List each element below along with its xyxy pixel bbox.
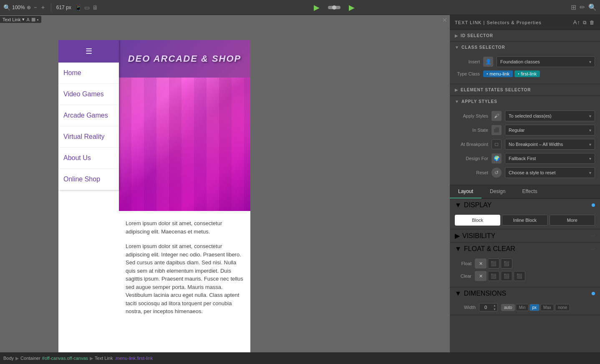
insert-person-icon[interactable]: 👤 <box>483 57 493 67</box>
nav-item-arcadegames[interactable]: Arcade Games <box>58 105 119 126</box>
edit-icon[interactable]: ✏ <box>580 3 585 11</box>
tab-design[interactable]: Design <box>482 185 514 198</box>
clear-both-button[interactable]: ⬛ <box>514 271 525 281</box>
display-header-left: ▼ DISPLAY <box>455 201 492 209</box>
float-left-button[interactable]: ⬛ <box>488 259 499 269</box>
delete-icon[interactable]: 🗑 <box>590 20 595 25</box>
at-breakpoint-dropdown[interactable]: No Breakpoint – All Widths ▾ <box>505 139 595 150</box>
visibility-title: VISIBILITY <box>462 232 495 240</box>
at-breakpoint-row: At Breakpoint □ No Breakpoint – All Widt… <box>455 139 595 150</box>
design-for-arrow: ▾ <box>589 156 591 161</box>
preview-image <box>119 78 250 211</box>
nav-item-videogames[interactable]: Video Games <box>58 84 119 105</box>
nav-overlay: ☰ Home Video Games Arcade Games Virtual … <box>58 40 119 190</box>
at-breakpoint-icon[interactable]: □ <box>492 139 502 149</box>
breadcrumb-container-class[interactable]: #off-canvas.off-canvas <box>42 356 88 361</box>
width-down-arrow[interactable]: ▼ <box>492 307 497 311</box>
apply-styles-dropdown[interactable]: To selected class(es) ▾ <box>505 110 595 121</box>
dimensions-header[interactable]: ▼ DIMENSIONS <box>450 287 600 300</box>
class-selector-triangle: ▼ <box>455 45 459 50</box>
tab-effects[interactable]: Effects <box>514 185 545 198</box>
float-clear-triangle: ▼ <box>455 245 461 253</box>
clear-none-button[interactable]: ✕ <box>475 271 487 281</box>
in-state-row: In State ⬛ Regular ▾ <box>455 125 595 136</box>
design-for-row: Design For 🌍 Fallback First ▾ <box>455 153 595 164</box>
display-header[interactable]: ▼ DISPLAY <box>450 199 600 211</box>
width-label: Width <box>455 305 476 310</box>
in-state-icon[interactable]: ⬛ <box>492 125 502 135</box>
reset-arrow: ▾ <box>589 171 591 175</box>
preview-text-1: Lorem ipsum dolor sit amet, consectetur … <box>126 219 244 236</box>
visibility-dots: ⋯ <box>591 233 595 238</box>
nav-item-virtualreality[interactable]: Virtual Reality <box>58 126 119 148</box>
float-none-button[interactable]: ✕ <box>475 259 487 269</box>
display-block-label: Block <box>472 218 483 223</box>
unit-min[interactable]: Min <box>516 304 528 311</box>
hamburger-icon[interactable]: ☰ <box>86 47 92 56</box>
display-inline-block-button[interactable]: Inline Block <box>502 215 547 226</box>
element-tag-dropdown[interactable]: ▾ <box>22 17 25 22</box>
float-clear-header[interactable]: ▼ FLOAT & CLEAR ⋯ <box>450 243 600 255</box>
class-tag-label-2: first-link <box>521 71 537 76</box>
dimensions-title: DIMENSIONS <box>464 290 506 297</box>
visibility-header[interactable]: ▶ VISIBILITY ⋯ <box>450 229 600 242</box>
design-for-icon[interactable]: 🌍 <box>492 153 502 163</box>
tab-layout-label: Layout <box>458 188 473 194</box>
tab-layout[interactable]: Layout <box>450 185 482 198</box>
nav-header: ☰ <box>58 40 119 63</box>
nav-item-onlineshop[interactable]: Online Shop <box>58 169 119 190</box>
class-selector-header[interactable]: ▼ CLASS SELECTOR <box>450 42 600 53</box>
search-icon[interactable]: 🔍 <box>588 3 597 11</box>
unit-auto[interactable]: auto <box>501 304 515 311</box>
nav-right-arrow[interactable]: ▶ <box>349 3 355 12</box>
display-more-button[interactable]: More <box>550 215 595 226</box>
display-content: Block Inline Block More <box>450 211 600 229</box>
display-block-button[interactable]: Block <box>455 215 500 226</box>
in-state-dropdown[interactable]: Regular ▾ <box>505 125 595 136</box>
grid-view-icon[interactable]: ⊞ <box>571 3 576 11</box>
copy-icon[interactable]: ⧉ <box>583 20 587 25</box>
element-states-triangle: ▶ <box>455 88 458 92</box>
reset-button[interactable]: ↺ <box>492 168 502 178</box>
design-for-dropdown[interactable]: Fallback First ▾ <box>505 153 595 164</box>
id-selector-triangle: ▶ <box>455 33 458 38</box>
clear-left-button[interactable]: ⬛ <box>488 271 499 281</box>
in-state-value: Regular <box>509 128 525 133</box>
class-tag-icon-1: ▪ <box>487 72 488 76</box>
element-states-header[interactable]: ▶ ELEMENT STATES SELECTOR <box>450 84 600 95</box>
desktop-icon[interactable]: 🖥 <box>92 4 98 11</box>
visibility-header-left: ▶ VISIBILITY <box>455 232 495 240</box>
unit-none[interactable]: none <box>555 304 570 311</box>
zoom-plus-icon[interactable]: ＋ <box>40 4 46 11</box>
clear-right-button[interactable]: ⬛ <box>501 271 512 281</box>
float-right-button[interactable]: ⬛ <box>501 259 512 269</box>
foundation-classes-dropdown[interactable]: Foundation classes ▾ <box>497 56 595 67</box>
width-up-arrow[interactable]: ▲ <box>492 304 497 307</box>
width-value: 0 <box>479 305 492 310</box>
nav-item-home[interactable]: Home <box>58 63 119 84</box>
breadcrumb-arrow-2: ▶ <box>90 356 93 361</box>
float-clear-title: FLOAT & CLEAR <box>464 245 515 253</box>
visibility-triangle: ▶ <box>455 232 460 240</box>
reset-dropdown[interactable]: Choose a style to reset ▾ <box>505 167 595 178</box>
dimensions-section: ▼ DIMENSIONS Width 0 ▲ ▼ <box>450 287 600 315</box>
zoom-minus-icon[interactable]: － <box>33 4 38 11</box>
class-tag-first-link[interactable]: ▪ first-link <box>514 70 540 77</box>
zoom-in-icon[interactable]: ⊕ <box>27 5 31 10</box>
unit-max[interactable]: Max <box>540 304 554 311</box>
width-spinbox[interactable]: 0 ▲ ▼ <box>479 303 498 311</box>
apply-styles-icon[interactable]: 🖌 <box>492 111 502 121</box>
foundation-classes-arrow: ▾ <box>589 60 591 64</box>
foundation-classes-value: Foundation classes <box>500 59 540 64</box>
zoom-out-icon[interactable]: 🔍 <box>3 4 10 11</box>
nav-left-arrow[interactable]: ▶ <box>314 3 320 12</box>
unit-px[interactable]: px <box>529 304 540 311</box>
mobile-icon[interactable]: 📱 <box>75 4 82 11</box>
breadcrumb-textlink-class[interactable]: .menu-link.first-link <box>114 356 153 361</box>
close-button[interactable]: ✕ <box>441 16 449 24</box>
class-tag-menu-link[interactable]: ▪ menu-link <box>483 70 513 77</box>
tablet-icon[interactable]: ▭ <box>84 4 90 11</box>
apply-styles-header[interactable]: ▼ APPLY STYLES <box>450 96 600 107</box>
nav-item-aboutus[interactable]: About Us <box>58 148 119 169</box>
id-selector-header[interactable]: ▶ ID SELECTOR <box>450 30 600 41</box>
